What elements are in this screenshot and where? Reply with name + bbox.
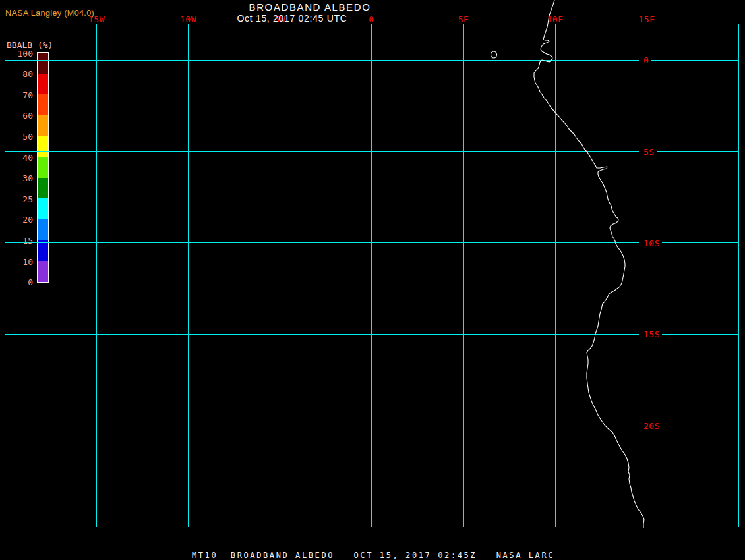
colorbar-tick-label: 70 bbox=[0, 90, 33, 99]
credit-label: NASA Langley (M04.0) bbox=[5, 9, 94, 18]
longitude-gridlines bbox=[5, 24, 739, 527]
colorbar-tick-label: 100 bbox=[0, 48, 33, 58]
colorbar-tick-label: 10 bbox=[0, 256, 33, 266]
colorbar-tick-label: 50 bbox=[0, 131, 33, 141]
colorbar-tick-label: 30 bbox=[0, 173, 33, 183]
colorbar-tick-label: 15 bbox=[0, 235, 33, 245]
colorbar-tick-label: 0 bbox=[0, 277, 33, 287]
lat-label-10s: 10S bbox=[639, 237, 662, 248]
colorbar-tick-label: 60 bbox=[0, 111, 33, 121]
lat-label-0: 0 bbox=[639, 55, 651, 66]
colorbar-tick-label: 20 bbox=[0, 215, 33, 225]
lon-label-10e: 10E bbox=[547, 14, 564, 24]
plot-subtitle: Oct 15, 2017 02:45 UTC bbox=[237, 13, 347, 24]
lon-label-15e: 15E bbox=[639, 14, 655, 24]
lon-label-5e: 5E bbox=[458, 14, 469, 24]
lat-label-20s: 20S bbox=[639, 420, 662, 432]
colorbar-tick-label: 25 bbox=[0, 194, 33, 204]
plot-title: BROADBAND ALBEDO bbox=[249, 1, 371, 13]
africa-coastline bbox=[534, 0, 644, 528]
island-outline bbox=[491, 51, 497, 58]
broadband-albedo-viewer: BBALB (%) 100 80 70 60 50 40 30 25 20 15… bbox=[0, 0, 745, 560]
lon-label-0: 0 bbox=[369, 14, 374, 24]
lon-label-10w: 10W bbox=[180, 14, 196, 24]
colorbar-tick-label: 40 bbox=[0, 152, 33, 162]
lat-label-5s: 5S bbox=[639, 146, 657, 157]
status-line: MT10 BROADBAND ALBEDO OCT 15, 2017 02:45… bbox=[192, 551, 554, 560]
colorbar-tick-label: 80 bbox=[0, 69, 33, 79]
lat-label-15s: 15S bbox=[639, 329, 662, 340]
map-canvas bbox=[0, 0, 745, 560]
